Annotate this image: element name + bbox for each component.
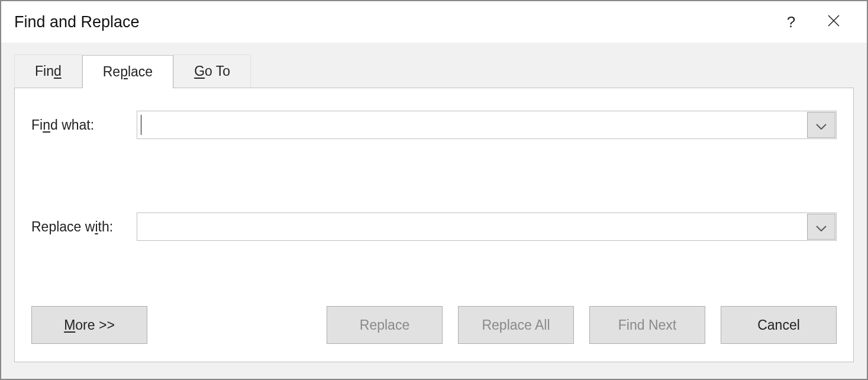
replace-button[interactable]: Replace [327,306,443,344]
dialog-title: Find and Replace [14,13,770,31]
find-what-label: Find what: [31,117,137,133]
replace-with-combo [137,212,837,241]
text-caret [141,115,141,135]
tab-replace[interactable]: Replace [82,55,173,88]
tab-find[interactable]: Find [14,54,82,88]
titlebar: Find and Replace ? [1,1,867,43]
replace-all-button[interactable]: Replace All [458,306,574,344]
find-what-row: Find what: [31,111,837,139]
button-row: More >> Replace Replace All Find Next Ca… [31,306,837,344]
more-button[interactable]: More >> [31,306,147,344]
close-button[interactable] [812,4,855,40]
find-what-input[interactable] [137,111,806,139]
chevron-down-icon [816,219,827,235]
replace-panel: Find what: Replace with: [14,88,854,362]
help-button[interactable]: ? [770,4,812,40]
find-what-dropdown-button[interactable] [807,112,835,138]
chevron-down-icon [816,117,827,133]
replace-with-label: Replace with: [31,219,137,235]
close-icon [827,13,840,31]
tabstrip: Find Replace Go To [14,55,854,88]
cancel-button[interactable]: Cancel [721,306,837,344]
find-replace-dialog: Find and Replace ? Find Replace Go To F [0,0,868,380]
find-next-button[interactable]: Find Next [589,306,705,344]
find-what-combo [137,111,837,139]
replace-with-input[interactable] [137,213,806,240]
replace-with-row: Replace with: [31,212,837,241]
dialog-client: Find Replace Go To Find what: [1,43,867,379]
replace-with-dropdown-button[interactable] [807,214,835,240]
tab-goto[interactable]: Go To [173,54,251,88]
